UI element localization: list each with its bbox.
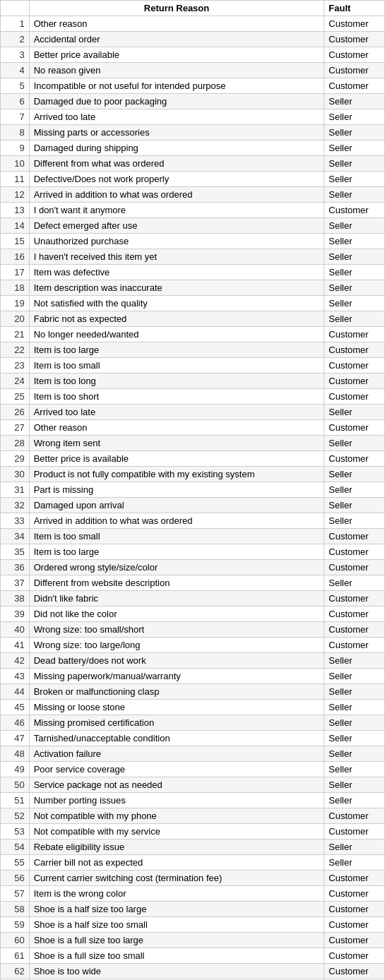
- row-fault: Seller: [324, 405, 385, 420]
- row-reason: Not satisfied with the quality: [29, 296, 324, 311]
- row-fault: Seller: [324, 653, 385, 669]
- table-row: 58Shoe is a half size too largeCustomer: [1, 902, 385, 917]
- return-reasons-table: Return Reason Fault 1Other reasonCustome…: [0, 0, 385, 980]
- row-fault: Customer: [324, 342, 385, 358]
- row-number: 26: [1, 405, 30, 420]
- row-reason: Arrived in addition to what was ordered: [29, 513, 324, 529]
- table-row: 17Item was defectiveSeller: [1, 265, 385, 280]
- row-fault: Customer: [324, 358, 385, 374]
- table-row: 39Did not like the colorCustomer: [1, 606, 385, 622]
- row-reason: Missing parts or accessories: [29, 125, 324, 141]
- row-number: 14: [1, 218, 30, 234]
- row-reason: Shoe is a half size too small: [29, 917, 324, 933]
- table-row: 61Shoe is a full size too smallCustomer: [1, 948, 385, 964]
- row-number: 56: [1, 871, 30, 886]
- row-reason: Damaged during shipping: [29, 141, 324, 156]
- row-number: 42: [1, 653, 30, 669]
- row-fault: Seller: [324, 746, 385, 762]
- row-reason: Incompatible or not useful for intended …: [29, 78, 324, 94]
- row-reason: I don't want it anymore: [29, 203, 324, 218]
- row-fault: Customer: [324, 871, 385, 886]
- row-reason: Arrived too late: [29, 405, 324, 420]
- row-number: 49: [1, 762, 30, 777]
- row-reason: Item is too long: [29, 374, 324, 389]
- table-row: 45Missing or loose stoneSeller: [1, 700, 385, 715]
- table-row: 55Carrier bill not as expectedSeller: [1, 855, 385, 871]
- row-number: 1: [1, 16, 30, 32]
- row-reason: Shoe is a full size too large: [29, 933, 324, 948]
- row-number: 12: [1, 187, 30, 203]
- table-row: 9Damaged during shippingSeller: [1, 141, 385, 156]
- row-reason: Other reason: [29, 420, 324, 436]
- table-row: 22Item is too largeCustomer: [1, 342, 385, 358]
- row-number: 58: [1, 902, 30, 917]
- table-row: 44Broken or malfunctioning claspSeller: [1, 684, 385, 700]
- row-reason: Different from website description: [29, 575, 324, 591]
- row-fault: Seller: [324, 839, 385, 855]
- row-reason: Item is too large: [29, 544, 324, 560]
- table-row: 37Different from website descriptionSell…: [1, 575, 385, 591]
- row-fault: Customer: [324, 203, 385, 218]
- table-row: 41Wrong size: too large/longCustomer: [1, 638, 385, 653]
- row-fault: Customer: [324, 389, 385, 405]
- row-fault: Seller: [324, 249, 385, 265]
- row-fault: Seller: [324, 855, 385, 871]
- table-row: 38Didn't like fabricCustomer: [1, 591, 385, 606]
- row-reason: Arrived in addition to what was ordered: [29, 187, 324, 203]
- table-row: 35Item is too largeCustomer: [1, 544, 385, 560]
- row-number: 9: [1, 141, 30, 156]
- row-reason: Item is too small: [29, 358, 324, 374]
- row-number: 2: [1, 32, 30, 47]
- row-reason: Part is missing: [29, 482, 324, 498]
- table-row: 56Current carrier switching cost (termin…: [1, 871, 385, 886]
- row-number: 55: [1, 855, 30, 871]
- row-reason: Accidental order: [29, 32, 324, 47]
- row-number: 43: [1, 669, 30, 684]
- row-number: 23: [1, 358, 30, 374]
- row-number: 6: [1, 94, 30, 109]
- row-reason: Other reason: [29, 16, 324, 32]
- table-row: 42Dead battery/does not workSeller: [1, 653, 385, 669]
- table-row: 57Item is the wrong colorCustomer: [1, 886, 385, 902]
- row-number: 46: [1, 715, 30, 731]
- row-reason: Not compatible with my service: [29, 824, 324, 839]
- row-number: 51: [1, 793, 30, 808]
- table-row: 28Wrong item sentSeller: [1, 436, 385, 451]
- row-fault: Seller: [324, 762, 385, 777]
- row-number: 27: [1, 420, 30, 436]
- row-number: 3: [1, 47, 30, 63]
- table-row: 26Arrived too lateSeller: [1, 405, 385, 420]
- row-reason: Wrong size: too small/short: [29, 622, 324, 638]
- row-number: 47: [1, 731, 30, 746]
- row-number: 44: [1, 684, 30, 700]
- row-fault: Seller: [324, 793, 385, 808]
- table-row: 20Fabric not as expectedSeller: [1, 311, 385, 327]
- row-number: 5: [1, 78, 30, 94]
- row-fault: Customer: [324, 917, 385, 933]
- row-reason: Item description was inaccurate: [29, 280, 324, 296]
- row-reason: Item is too short: [29, 389, 324, 405]
- row-fault: Customer: [324, 948, 385, 964]
- row-number: 10: [1, 156, 30, 172]
- table-row: 5Incompatible or not useful for intended…: [1, 78, 385, 94]
- row-number: 57: [1, 886, 30, 902]
- table-row: 32Damaged upon arrivalSeller: [1, 498, 385, 513]
- table-row: 24Item is too longCustomer: [1, 374, 385, 389]
- table-row: 10Different from what was orderedSeller: [1, 156, 385, 172]
- row-reason: Dead battery/does not work: [29, 653, 324, 669]
- row-number: 31: [1, 482, 30, 498]
- row-reason: Carrier bill not as expected: [29, 855, 324, 871]
- table-row: 2Accidental orderCustomer: [1, 32, 385, 47]
- row-fault: Seller: [324, 684, 385, 700]
- row-number: 38: [1, 591, 30, 606]
- row-number: 24: [1, 374, 30, 389]
- row-fault: Customer: [324, 63, 385, 78]
- row-reason: No reason given: [29, 63, 324, 78]
- row-reason: Tarnished/unacceptable condition: [29, 731, 324, 746]
- row-fault: Customer: [324, 808, 385, 824]
- row-reason: Item is too small: [29, 529, 324, 544]
- row-reason: Defect emerged after use: [29, 218, 324, 234]
- row-reason: Service package not as needed: [29, 777, 324, 793]
- table-row: 29Better price is availableCustomer: [1, 451, 385, 467]
- row-fault: Customer: [324, 933, 385, 948]
